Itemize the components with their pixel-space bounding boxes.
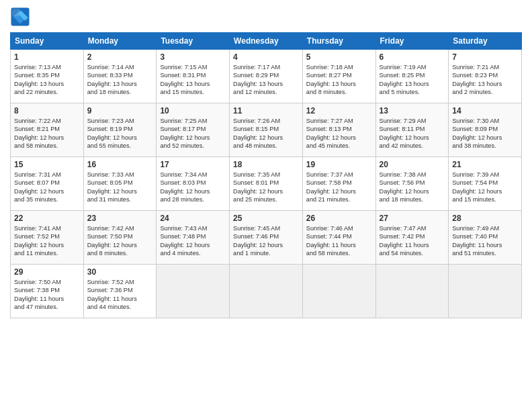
day-number: 16 bbox=[87, 160, 153, 169]
calendar-table: SundayMondayTuesdayWednesdayThursdayFrid… bbox=[10, 32, 522, 318]
day-number: 1 bbox=[14, 52, 80, 62]
day-cell: 25Sunrise: 7:45 AM Sunset: 7:46 PM Dayli… bbox=[230, 211, 303, 265]
day-number: 14 bbox=[452, 106, 518, 116]
day-cell: 23Sunrise: 7:42 AM Sunset: 7:50 PM Dayli… bbox=[83, 211, 157, 265]
day-number: 12 bbox=[306, 106, 372, 116]
day-info: Sunrise: 7:37 AM Sunset: 7:58 PM Dayligh… bbox=[306, 171, 372, 204]
day-cell: 5Sunrise: 7:18 AM Sunset: 8:27 PM Daylig… bbox=[302, 50, 375, 103]
day-cell: 21Sunrise: 7:39 AM Sunset: 7:54 PM Dayli… bbox=[449, 157, 522, 211]
day-cell: 28Sunrise: 7:49 AM Sunset: 7:40 PM Dayli… bbox=[449, 211, 522, 265]
day-cell: 20Sunrise: 7:38 AM Sunset: 7:56 PM Dayli… bbox=[375, 157, 449, 211]
day-cell: 29Sunrise: 7:50 AM Sunset: 7:38 PM Dayli… bbox=[11, 265, 84, 318]
day-info: Sunrise: 7:49 AM Sunset: 7:40 PM Dayligh… bbox=[452, 224, 518, 258]
day-info: Sunrise: 7:21 AM Sunset: 8:23 PM Dayligh… bbox=[452, 63, 518, 97]
day-cell: 10Sunrise: 7:25 AM Sunset: 8:17 PM Dayli… bbox=[157, 103, 230, 157]
day-cell bbox=[302, 265, 375, 318]
day-cell bbox=[230, 265, 303, 318]
week-row-1: 1Sunrise: 7:13 AM Sunset: 8:35 PM Daylig… bbox=[11, 50, 522, 103]
day-number: 24 bbox=[160, 214, 226, 223]
day-cell: 9Sunrise: 7:23 AM Sunset: 8:19 PM Daylig… bbox=[83, 103, 157, 157]
day-number: 13 bbox=[380, 106, 445, 116]
day-cell: 16Sunrise: 7:33 AM Sunset: 8:05 PM Dayli… bbox=[83, 157, 157, 211]
col-header-friday: Friday bbox=[375, 33, 449, 50]
day-cell: 19Sunrise: 7:37 AM Sunset: 7:58 PM Dayli… bbox=[302, 157, 375, 211]
day-number: 23 bbox=[87, 214, 153, 223]
col-header-wednesday: Wednesday bbox=[230, 33, 303, 50]
day-cell: 1Sunrise: 7:13 AM Sunset: 8:35 PM Daylig… bbox=[11, 50, 84, 103]
day-number: 15 bbox=[14, 160, 80, 169]
day-info: Sunrise: 7:27 AM Sunset: 8:13 PM Dayligh… bbox=[306, 117, 372, 150]
day-info: Sunrise: 7:31 AM Sunset: 8:07 PM Dayligh… bbox=[14, 171, 80, 204]
day-number: 6 bbox=[380, 52, 445, 62]
day-info: Sunrise: 7:13 AM Sunset: 8:35 PM Dayligh… bbox=[14, 63, 80, 97]
day-cell: 8Sunrise: 7:22 AM Sunset: 8:21 PM Daylig… bbox=[11, 103, 84, 157]
col-header-monday: Monday bbox=[83, 33, 157, 50]
day-number: 5 bbox=[306, 52, 372, 62]
day-info: Sunrise: 7:47 AM Sunset: 7:42 PM Dayligh… bbox=[380, 224, 445, 258]
day-number: 26 bbox=[306, 214, 372, 223]
day-cell: 26Sunrise: 7:46 AM Sunset: 7:44 PM Dayli… bbox=[302, 211, 375, 265]
col-header-sunday: Sunday bbox=[11, 33, 84, 50]
day-number: 9 bbox=[87, 106, 153, 116]
day-cell: 2Sunrise: 7:14 AM Sunset: 8:33 PM Daylig… bbox=[83, 50, 157, 103]
day-info: Sunrise: 7:22 AM Sunset: 8:21 PM Dayligh… bbox=[14, 117, 80, 150]
col-header-saturday: Saturday bbox=[449, 33, 522, 50]
day-info: Sunrise: 7:46 AM Sunset: 7:44 PM Dayligh… bbox=[306, 224, 372, 258]
day-number: 4 bbox=[233, 52, 299, 62]
col-header-tuesday: Tuesday bbox=[157, 33, 230, 50]
day-info: Sunrise: 7:45 AM Sunset: 7:46 PM Dayligh… bbox=[233, 224, 299, 258]
day-number: 10 bbox=[160, 106, 226, 116]
day-cell: 17Sunrise: 7:34 AM Sunset: 8:03 PM Dayli… bbox=[157, 157, 230, 211]
day-info: Sunrise: 7:38 AM Sunset: 7:56 PM Dayligh… bbox=[380, 171, 445, 204]
day-cell: 14Sunrise: 7:30 AM Sunset: 8:09 PM Dayli… bbox=[449, 103, 522, 157]
day-cell: 6Sunrise: 7:19 AM Sunset: 8:25 PM Daylig… bbox=[375, 50, 449, 103]
header bbox=[10, 7, 522, 27]
day-cell: 12Sunrise: 7:27 AM Sunset: 8:13 PM Dayli… bbox=[302, 103, 375, 157]
day-number: 19 bbox=[306, 160, 372, 169]
day-cell: 7Sunrise: 7:21 AM Sunset: 8:23 PM Daylig… bbox=[449, 50, 522, 103]
day-cell: 11Sunrise: 7:26 AM Sunset: 8:15 PM Dayli… bbox=[230, 103, 303, 157]
day-number: 27 bbox=[380, 214, 445, 223]
header-row: SundayMondayTuesdayWednesdayThursdayFrid… bbox=[11, 33, 522, 50]
day-info: Sunrise: 7:26 AM Sunset: 8:15 PM Dayligh… bbox=[233, 117, 299, 150]
week-row-2: 8Sunrise: 7:22 AM Sunset: 8:21 PM Daylig… bbox=[11, 103, 522, 157]
day-cell: 22Sunrise: 7:41 AM Sunset: 7:52 PM Dayli… bbox=[11, 211, 84, 265]
day-info: Sunrise: 7:52 AM Sunset: 7:36 PM Dayligh… bbox=[87, 278, 153, 312]
week-row-4: 22Sunrise: 7:41 AM Sunset: 7:52 PM Dayli… bbox=[11, 211, 522, 265]
logo bbox=[10, 7, 33, 27]
day-info: Sunrise: 7:15 AM Sunset: 8:31 PM Dayligh… bbox=[160, 63, 226, 97]
day-number: 21 bbox=[452, 160, 518, 169]
day-info: Sunrise: 7:18 AM Sunset: 8:27 PM Dayligh… bbox=[306, 63, 372, 97]
day-info: Sunrise: 7:35 AM Sunset: 8:01 PM Dayligh… bbox=[233, 171, 299, 204]
day-info: Sunrise: 7:34 AM Sunset: 8:03 PM Dayligh… bbox=[160, 171, 226, 204]
day-cell: 30Sunrise: 7:52 AM Sunset: 7:36 PM Dayli… bbox=[83, 265, 157, 318]
day-info: Sunrise: 7:42 AM Sunset: 7:50 PM Dayligh… bbox=[87, 224, 153, 258]
week-row-5: 29Sunrise: 7:50 AM Sunset: 7:38 PM Dayli… bbox=[11, 265, 522, 318]
day-number: 25 bbox=[233, 214, 299, 223]
day-cell: 13Sunrise: 7:29 AM Sunset: 8:11 PM Dayli… bbox=[375, 103, 449, 157]
svg-rect-2 bbox=[12, 9, 19, 16]
day-cell: 3Sunrise: 7:15 AM Sunset: 8:31 PM Daylig… bbox=[157, 50, 230, 103]
day-cell bbox=[449, 265, 522, 318]
day-number: 22 bbox=[14, 214, 80, 223]
day-info: Sunrise: 7:29 AM Sunset: 8:11 PM Dayligh… bbox=[380, 117, 445, 150]
logo-icon bbox=[10, 7, 30, 27]
day-number: 2 bbox=[87, 52, 153, 62]
day-number: 11 bbox=[233, 106, 299, 116]
day-number: 30 bbox=[87, 267, 153, 277]
day-number: 8 bbox=[14, 106, 80, 116]
day-info: Sunrise: 7:33 AM Sunset: 8:05 PM Dayligh… bbox=[87, 171, 153, 204]
day-number: 3 bbox=[160, 52, 226, 62]
day-info: Sunrise: 7:30 AM Sunset: 8:09 PM Dayligh… bbox=[452, 117, 518, 150]
day-number: 29 bbox=[14, 267, 80, 277]
day-cell bbox=[157, 265, 230, 318]
day-number: 7 bbox=[452, 52, 518, 62]
day-cell: 15Sunrise: 7:31 AM Sunset: 8:07 PM Dayli… bbox=[11, 157, 84, 211]
day-info: Sunrise: 7:17 AM Sunset: 8:29 PM Dayligh… bbox=[233, 63, 299, 97]
page: SundayMondayTuesdayWednesdayThursdayFrid… bbox=[0, 0, 532, 411]
day-cell: 24Sunrise: 7:43 AM Sunset: 7:48 PM Dayli… bbox=[157, 211, 230, 265]
col-header-thursday: Thursday bbox=[302, 33, 375, 50]
day-info: Sunrise: 7:41 AM Sunset: 7:52 PM Dayligh… bbox=[14, 224, 80, 258]
day-cell bbox=[375, 265, 449, 318]
day-number: 28 bbox=[452, 214, 518, 223]
